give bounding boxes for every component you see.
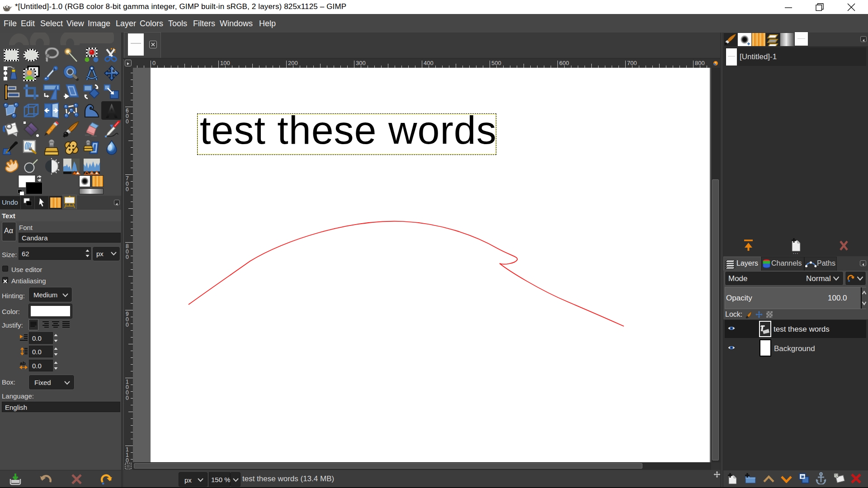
svg-text:0: 0 (152, 60, 156, 66)
svg-text:400: 400 (424, 60, 434, 66)
svg-text:200: 200 (288, 60, 298, 66)
svg-text:800: 800 (695, 60, 705, 66)
svg-text:ab: ab (20, 361, 26, 366)
svg-text:0: 0 (126, 395, 129, 401)
svg-text:600: 600 (559, 60, 569, 66)
svg-text:0: 0 (126, 254, 129, 260)
svg-text:0: 0 (126, 186, 129, 192)
svg-text:100: 100 (220, 60, 230, 66)
svg-text:300: 300 (356, 60, 366, 66)
svg-text:700: 700 (627, 60, 637, 66)
svg-text:0: 0 (126, 322, 129, 328)
svg-text:0: 0 (126, 457, 129, 462)
svg-text:500: 500 (491, 60, 501, 66)
svg-text:0: 0 (126, 118, 129, 125)
